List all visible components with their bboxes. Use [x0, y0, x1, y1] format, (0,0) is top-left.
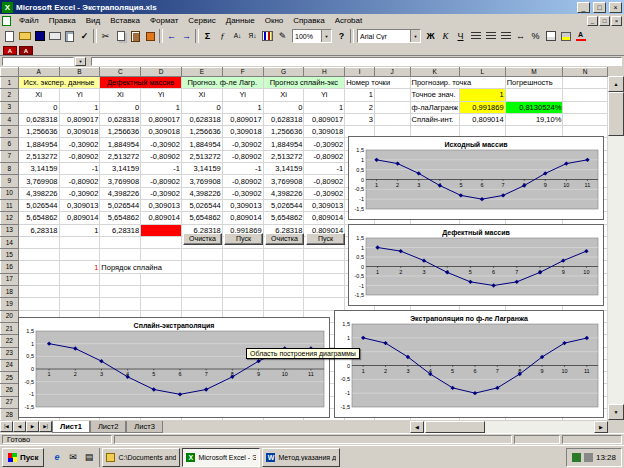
- menu-item-window[interactable]: Окно: [260, 15, 289, 27]
- cell[interactable]: Xi: [263, 89, 304, 101]
- cell[interactable]: -0,80902: [59, 150, 100, 162]
- show-desktop-icon[interactable]: ▤: [81, 450, 96, 464]
- cell[interactable]: [18, 249, 59, 261]
- menu-item-acrobat[interactable]: Acrobat: [330, 15, 368, 27]
- cut-icon[interactable]: ✂: [98, 29, 113, 44]
- cell[interactable]: 0,809017: [304, 113, 345, 125]
- cell[interactable]: [18, 273, 59, 285]
- cell[interactable]: 0,628318: [18, 113, 59, 125]
- cell[interactable]: [222, 298, 263, 310]
- redo-icon[interactable]: →: [179, 29, 194, 44]
- cell[interactable]: [18, 236, 59, 248]
- row-header[interactable]: 15: [1, 249, 19, 261]
- align-right-icon[interactable]: [498, 29, 513, 44]
- cell[interactable]: 0,809017: [59, 113, 100, 125]
- cell[interactable]: 5,654862: [18, 212, 59, 224]
- chevron-down-icon[interactable]: ▼: [410, 30, 420, 42]
- cell[interactable]: 2,513272: [100, 150, 141, 162]
- menu-item-view[interactable]: Вид: [81, 15, 105, 27]
- cell[interactable]: 0,809014: [222, 212, 263, 224]
- clear-spline-button[interactable]: Очистка: [265, 233, 304, 245]
- cell[interactable]: 3,769908: [18, 175, 59, 187]
- cell[interactable]: 4,398226: [181, 187, 222, 199]
- cell[interactable]: -0,80902: [141, 175, 182, 187]
- column-header-B[interactable]: B: [59, 68, 100, 77]
- cell[interactable]: [141, 273, 182, 285]
- cell[interactable]: Yi: [304, 89, 345, 101]
- horizontal-scroll-track[interactable]: [424, 421, 594, 433]
- cell[interactable]: [59, 236, 100, 248]
- column-header-H[interactable]: H: [304, 68, 345, 77]
- cell[interactable]: [304, 286, 345, 298]
- cell[interactable]: [563, 113, 608, 125]
- horizontal-scrollbar[interactable]: ◀ ▶: [410, 420, 608, 433]
- column-header-I[interactable]: I: [345, 68, 375, 77]
- cell[interactable]: -0,80902: [304, 175, 345, 187]
- row-header[interactable]: 13: [1, 224, 19, 236]
- last-sheet-icon[interactable]: ▶|: [39, 421, 52, 432]
- cell[interactable]: 6,28318: [18, 224, 59, 236]
- cell[interactable]: 1,256636: [181, 126, 222, 138]
- cell[interactable]: [563, 77, 608, 89]
- cell[interactable]: 0,991869: [460, 101, 506, 113]
- underline-icon[interactable]: Ч: [453, 29, 468, 44]
- row-header[interactable]: 25: [1, 372, 19, 384]
- cell[interactable]: -1: [141, 163, 182, 175]
- cell[interactable]: 1,884954: [100, 138, 141, 150]
- row-header[interactable]: 18: [1, 286, 19, 298]
- taskbar-task-3[interactable]: WМетод.указания для ст...: [262, 448, 340, 467]
- row-header[interactable]: 28: [1, 409, 19, 420]
- cell[interactable]: 0,309018: [59, 126, 100, 138]
- row-header[interactable]: 4: [1, 113, 19, 125]
- column-header-K[interactable]: K: [410, 68, 460, 77]
- copy-icon[interactable]: [113, 29, 128, 44]
- cell[interactable]: 0,628318: [263, 113, 304, 125]
- cell[interactable]: [59, 298, 100, 310]
- name-box-arrow-icon[interactable]: ▼: [75, 57, 86, 66]
- cell[interactable]: -0,30902: [141, 187, 182, 199]
- run-spline-button[interactable]: Пуск: [306, 233, 345, 245]
- cell[interactable]: Точное знач.: [410, 89, 460, 101]
- cell[interactable]: [222, 273, 263, 285]
- cell[interactable]: 1,884954: [263, 138, 304, 150]
- taskbar-task-2[interactable]: XMicrosoft Excel - Экст...: [182, 448, 260, 467]
- cell[interactable]: -0,30902: [222, 138, 263, 150]
- cell[interactable]: 2: [345, 101, 375, 113]
- cell[interactable]: -0,30902: [304, 138, 345, 150]
- cell[interactable]: 3,769908: [100, 175, 141, 187]
- cell[interactable]: 0,809014: [304, 212, 345, 224]
- cell[interactable]: 5,026544: [18, 199, 59, 211]
- drawing-icon[interactable]: ✎: [275, 29, 290, 44]
- cell[interactable]: -0,30902: [59, 138, 100, 150]
- cell[interactable]: Прогноз сплайн-экс: [263, 77, 345, 89]
- cell[interactable]: Номер точки: [345, 77, 410, 89]
- cell[interactable]: 1,256636: [18, 126, 59, 138]
- taskbar-task-1[interactable]: C:\Documents and Settin...: [102, 448, 180, 467]
- sheet-tab-3[interactable]: Лист3: [126, 421, 162, 433]
- row-header[interactable]: 1: [1, 77, 19, 89]
- row-header[interactable]: 21: [1, 322, 19, 334]
- row-header[interactable]: 8: [1, 163, 19, 175]
- menu-item-format[interactable]: Формат: [145, 15, 183, 27]
- cell[interactable]: 6,28318: [100, 224, 141, 236]
- cell[interactable]: 1,884954: [18, 138, 59, 150]
- scroll-left-icon[interactable]: ◀: [410, 421, 424, 433]
- menu-item-insert[interactable]: Вставка: [105, 15, 145, 27]
- cell[interactable]: 5,654862: [100, 212, 141, 224]
- cell[interactable]: 2,513272: [263, 150, 304, 162]
- cell[interactable]: 3: [345, 113, 375, 125]
- print-icon[interactable]: [47, 29, 62, 44]
- row-header[interactable]: 17: [1, 273, 19, 285]
- cell[interactable]: Xi: [100, 89, 141, 101]
- row-header[interactable]: 7: [1, 150, 19, 162]
- row-header[interactable]: 10: [1, 187, 19, 199]
- cell[interactable]: [100, 236, 141, 248]
- formula-input[interactable]: [91, 57, 622, 66]
- cell[interactable]: Прогнозир. точка: [410, 77, 505, 89]
- cell[interactable]: [141, 286, 182, 298]
- cell[interactable]: 0,809014: [141, 212, 182, 224]
- cell[interactable]: -1: [304, 163, 345, 175]
- autosum-icon[interactable]: Σ: [200, 29, 215, 44]
- menu-item-help[interactable]: Справка: [288, 15, 329, 27]
- cell[interactable]: 19,10%: [505, 113, 563, 125]
